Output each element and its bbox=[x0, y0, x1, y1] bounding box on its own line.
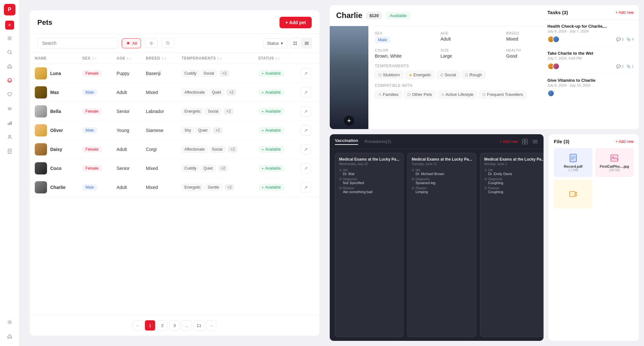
detail-name: Charlie bbox=[336, 11, 362, 20]
file-video[interactable] bbox=[554, 180, 592, 209]
task-2-name: Take Charlie to the Wet bbox=[547, 51, 634, 56]
page-2-button[interactable]: 2 bbox=[157, 320, 167, 331]
medical-record-2-diag-val: Sprained leg bbox=[412, 181, 472, 185]
medical-record-3-diag-label: Diagnosis bbox=[484, 177, 544, 181]
sidebar-item-docs[interactable] bbox=[4, 145, 15, 157]
filter-tag-button[interactable] bbox=[162, 38, 175, 48]
photo-upload-button[interactable] bbox=[344, 116, 354, 126]
svg-point-34 bbox=[465, 74, 468, 76]
sidebar-item-grid[interactable]: ⊞ bbox=[4, 32, 15, 44]
table-row[interactable]: Bella Female Senior Labrador EnergeticSo… bbox=[30, 102, 319, 121]
pet-name: Oliver bbox=[50, 128, 63, 133]
pet-name: Bella bbox=[50, 109, 61, 114]
medical-cards-container: Medical Exams at the Lucky Pa... Wednesd… bbox=[330, 149, 544, 341]
sidebar-item-list[interactable] bbox=[4, 103, 15, 115]
more-temps-tag: +2 bbox=[224, 108, 233, 115]
add-file-button[interactable]: + Add new bbox=[616, 139, 634, 144]
procedures-tab[interactable]: Procedures(2) bbox=[365, 139, 391, 144]
task-item-1: Health Check-up for Charlie,... July 6, … bbox=[542, 20, 639, 47]
tasks-title: Tasks (3) bbox=[547, 10, 568, 15]
table-row[interactable]: Coco Female Senior Mixed CuddlyQuiet +2 … bbox=[30, 159, 319, 178]
info-size: Size Large bbox=[440, 48, 501, 59]
task-2-attachments: 📎 1 bbox=[626, 64, 634, 69]
pet-action-button[interactable]: ↗ bbox=[301, 163, 311, 173]
medical-record-1-vet-label: Vet bbox=[339, 168, 399, 172]
vaccination-tab[interactable]: Vaccination bbox=[335, 138, 358, 145]
sidebar-item-settings[interactable] bbox=[4, 316, 15, 328]
file-pdf[interactable]: Record.pdf 1.2 MB bbox=[554, 148, 592, 177]
sidebar-item-search[interactable] bbox=[4, 46, 15, 58]
medical-record-1-vet-val: Dr. Bial bbox=[339, 172, 399, 176]
pet-age: Senior bbox=[111, 102, 141, 121]
page-1-button[interactable]: 1 bbox=[145, 320, 155, 331]
medical-record-3-reason-val: Coughing bbox=[484, 190, 544, 194]
pet-temperaments: EnergeticSocial +2 bbox=[176, 102, 253, 121]
sidebar-item-home[interactable] bbox=[4, 61, 15, 72]
add-medical-button[interactable]: + Add new bbox=[500, 139, 518, 144]
sidebar-item-analytics[interactable] bbox=[4, 117, 15, 129]
file-image[interactable]: FirstCatPho....jpg 200 KB bbox=[595, 148, 634, 177]
table-row[interactable]: Max Male Adult Mixed AffectionateQuiet +… bbox=[30, 83, 319, 102]
col-breed[interactable]: BREED ↕ bbox=[141, 53, 176, 64]
temp-tag: Energetic bbox=[182, 184, 204, 191]
page-11-button[interactable]: 11 bbox=[194, 320, 204, 331]
pet-action-button[interactable]: ↗ bbox=[301, 68, 311, 79]
pet-action-button[interactable]: ↗ bbox=[301, 106, 311, 117]
add-pet-button[interactable]: + Add pet bbox=[279, 17, 312, 28]
next-page-button[interactable]: → bbox=[206, 320, 216, 331]
page-3-button[interactable]: 3 bbox=[169, 320, 180, 331]
medical-record-1-reason-val: Ate something bad bbox=[339, 190, 399, 194]
task-2-avatar-2 bbox=[553, 63, 560, 70]
pet-action-button[interactable]: ↗ bbox=[301, 182, 311, 192]
sidebar-add-button[interactable]: + bbox=[5, 21, 14, 30]
search-input[interactable] bbox=[37, 38, 118, 49]
pet-status-badge: Available bbox=[258, 89, 285, 96]
status-filter-dropdown[interactable]: Status ▾ bbox=[263, 38, 287, 48]
col-temperaments[interactable]: TEMPERAMENTS ↕ bbox=[176, 53, 253, 64]
pet-action-button[interactable]: ↗ bbox=[301, 87, 311, 98]
grid-view-button[interactable] bbox=[290, 38, 300, 48]
list-view-button[interactable] bbox=[301, 38, 312, 48]
info-size-value: Large bbox=[440, 53, 501, 59]
col-age[interactable]: AGE ↕ bbox=[111, 53, 141, 64]
svg-point-36 bbox=[408, 93, 410, 96]
video-icon bbox=[569, 190, 578, 199]
temp-tag: Affectionate bbox=[182, 89, 208, 96]
task-1-avatars bbox=[547, 36, 560, 43]
more-temps-tag: +2 bbox=[213, 127, 223, 134]
sidebar-item-favorites[interactable] bbox=[4, 89, 15, 100]
info-age-value: Adult bbox=[440, 36, 501, 42]
grid-view-icon[interactable] bbox=[522, 138, 528, 145]
info-color: Color Brown, White bbox=[375, 48, 435, 59]
sidebar-item-pets[interactable] bbox=[4, 75, 15, 86]
col-sex[interactable]: SEX ↕ bbox=[77, 53, 112, 64]
page-title: Pets bbox=[37, 18, 52, 27]
table-row[interactable]: Oliver Male Young Siamese ShyQuiet +2 Av… bbox=[30, 121, 319, 140]
info-age: Age Adult bbox=[440, 31, 501, 43]
svg-point-37 bbox=[483, 93, 485, 96]
add-task-button[interactable]: + Add new bbox=[616, 10, 634, 15]
table-row[interactable]: Daisy Female Adult Corgi AffectionateSoc… bbox=[30, 140, 319, 159]
pet-name: Daisy bbox=[50, 147, 62, 152]
col-status[interactable]: STATUS ↕ bbox=[253, 53, 296, 64]
medical-record-2-title: Medical Exams at the Lucky Pa... bbox=[412, 157, 472, 162]
medical-record-2-diag-label: Diagnosis bbox=[412, 177, 472, 181]
sidebar-item-users[interactable] bbox=[4, 131, 15, 143]
pet-temperaments: ShyQuiet +2 bbox=[176, 121, 253, 140]
svg-point-33 bbox=[440, 74, 443, 76]
detail-photo bbox=[330, 26, 368, 129]
files-grid: Record.pdf 1.2 MB FirstCatPho....jpg 200… bbox=[554, 148, 634, 209]
task-1-counts: 💬 3 📎 4 bbox=[616, 37, 634, 42]
more-temps-tag: +2 bbox=[220, 70, 229, 77]
svg-point-14 bbox=[9, 322, 10, 323]
pet-action-button[interactable]: ↗ bbox=[301, 144, 311, 154]
table-row[interactable]: Charlie Male Adult Mixed EnergeticGentle… bbox=[30, 178, 319, 197]
pet-action-button[interactable]: ↗ bbox=[301, 125, 311, 136]
sidebar-item-home-bottom[interactable] bbox=[4, 331, 15, 342]
prev-page-button[interactable]: ← bbox=[133, 320, 143, 331]
filter-all-button[interactable]: All bbox=[122, 38, 141, 48]
filter-vaccine-button[interactable] bbox=[145, 38, 158, 48]
table-row[interactable]: Luna Female Puppy Basenji CuddlySocial +… bbox=[30, 64, 319, 83]
pet-sex-badge: Female bbox=[82, 70, 102, 77]
list-view-icon[interactable] bbox=[532, 138, 538, 145]
